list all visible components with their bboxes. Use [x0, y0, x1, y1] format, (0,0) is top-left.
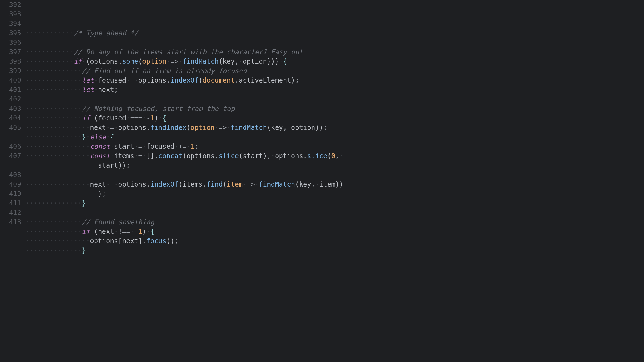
token-paren: ): [98, 190, 102, 198]
line-number-gutter: 3923933943953963973983994004014024034044…: [0, 0, 24, 362]
code-line[interactable]: [26, 170, 644, 180]
whitespace-dot: ·: [315, 180, 319, 188]
token-fn: find: [207, 180, 223, 188]
token-fn: findMatch: [231, 124, 267, 132]
token-semi: ;: [126, 162, 130, 169]
code-line[interactable]: ··············if·(focused·===·-1)·{: [26, 113, 644, 123]
token-prop: start: [243, 152, 263, 160]
code-line[interactable]: ··············// Nothing focused, start …: [26, 104, 644, 113]
token-num: 1: [190, 143, 194, 150]
token-op: =: [138, 143, 142, 150]
code-line[interactable]: ··············let·focused·=·options.inde…: [26, 76, 644, 85]
token-paren: (: [239, 152, 243, 160]
leading-whitespace: ················: [26, 124, 90, 132]
token-num: 1: [138, 228, 142, 235]
token-fn: concat: [158, 152, 183, 160]
leading-whitespace: ··············: [26, 218, 82, 226]
code-line[interactable]: ················next·=·options.indexOf(i…: [26, 180, 644, 189]
token-paren: (: [166, 237, 170, 245]
code-line[interactable]: ··············}: [26, 246, 644, 255]
code-area[interactable]: ············/* Type ahead */············…: [24, 0, 644, 362]
token-fn: slice: [307, 152, 327, 160]
code-line[interactable]: ··············}·else·{: [26, 132, 644, 142]
whitespace-dot: ·: [134, 143, 138, 150]
code-line[interactable]: ············/* Type ahead */: [26, 28, 644, 38]
code-line[interactable]: ··············let·next;: [26, 85, 644, 95]
whitespace-dot: ·: [94, 76, 98, 84]
whitespace-dot: ·: [279, 58, 283, 65]
token-prop: start: [114, 143, 134, 150]
token-kw: let: [82, 86, 94, 94]
leading-whitespace: ················: [26, 143, 90, 150]
token-op: =: [110, 124, 114, 132]
line-number: 396: [0, 38, 21, 47]
code-line[interactable]: ················const·start·=·focused·+=…: [26, 142, 644, 151]
token-prop: options: [275, 152, 303, 160]
code-line[interactable]: ················options[next].focus();: [26, 236, 644, 246]
token-paren: (: [267, 124, 271, 132]
token-kw: if: [82, 228, 90, 235]
leading-whitespace: ··············: [26, 76, 82, 84]
token-param: item: [227, 180, 243, 188]
token-kw: let: [82, 76, 94, 84]
token-semi: ;: [323, 124, 327, 132]
code-line[interactable]: ················const·items·=·[].concat(…: [26, 151, 644, 161]
token-paren: ): [118, 162, 122, 169]
code-line[interactable]: ················next·=·options.findIndex…: [26, 123, 644, 132]
whitespace-dot: ·: [114, 228, 118, 235]
token-op: +=: [178, 143, 186, 150]
code-line[interactable]: ··············if·(next·!==·-1)·{: [26, 227, 644, 236]
token-prop: option: [291, 124, 315, 132]
token-fn: focus: [146, 237, 166, 245]
token-prop: next: [90, 124, 106, 132]
token-op: .: [203, 180, 207, 188]
code-line[interactable]: ··············// Find out if an item is …: [26, 66, 644, 76]
whitespace-dot: ·: [339, 152, 343, 160]
token-op: !==: [118, 228, 130, 235]
code-editor[interactable]: 3923933943953963973983994004014024034044…: [0, 0, 644, 362]
token-fn: indexOf: [170, 76, 198, 84]
code-line[interactable]: [26, 208, 644, 217]
line-number: 395: [0, 28, 21, 38]
whitespace-dot: ·: [146, 228, 150, 235]
whitespace-dot: ·: [215, 124, 218, 132]
line-number: 407: [0, 151, 21, 161]
code-line[interactable]: ··············}: [26, 199, 644, 208]
code-line[interactable]: ············if·(options.some(option·=>·f…: [26, 57, 644, 66]
code-line-wrap[interactable]: start));: [26, 161, 644, 170]
token-kw: const: [90, 152, 110, 160]
token-op: .: [142, 237, 146, 245]
token-paren: []: [146, 152, 154, 160]
leading-whitespace: ················: [26, 152, 90, 160]
code-line[interactable]: [26, 38, 644, 47]
token-comment: // Do any of the items start with the ch…: [74, 48, 303, 56]
leading-whitespace: ··············: [26, 199, 82, 207]
whitespace-dot: ·: [134, 152, 138, 160]
token-brace: }: [82, 247, 86, 254]
line-number: 400: [0, 76, 21, 85]
code-line[interactable]: ··············// Found something: [26, 217, 644, 227]
token-op: ,: [311, 180, 315, 188]
line-number: 404: [0, 113, 21, 123]
wrap-indent: [26, 162, 98, 169]
token-fn: some: [122, 58, 138, 65]
code-line-wrap[interactable]: );: [26, 189, 644, 199]
line-number: 401: [0, 85, 21, 95]
whitespace-dot: ·: [114, 180, 118, 188]
token-op: -: [146, 114, 150, 122]
token-brace: }: [82, 199, 86, 207]
token-paren: (: [198, 76, 202, 84]
token-semi: ;: [195, 143, 198, 150]
whitespace-dot: ·: [94, 86, 98, 94]
token-paren: ): [263, 152, 267, 160]
whitespace-dot: ·: [142, 143, 146, 150]
line-number: 403: [0, 104, 21, 113]
leading-whitespace: ··············: [26, 114, 82, 122]
code-line[interactable]: ············// Do any of the items start…: [26, 47, 644, 57]
code-line[interactable]: [26, 95, 644, 104]
line-number: 406: [0, 142, 21, 151]
token-op: =: [138, 152, 142, 160]
token-paren: ): [154, 114, 158, 122]
token-prop: next: [90, 180, 106, 188]
line-number: 410: [0, 189, 21, 199]
